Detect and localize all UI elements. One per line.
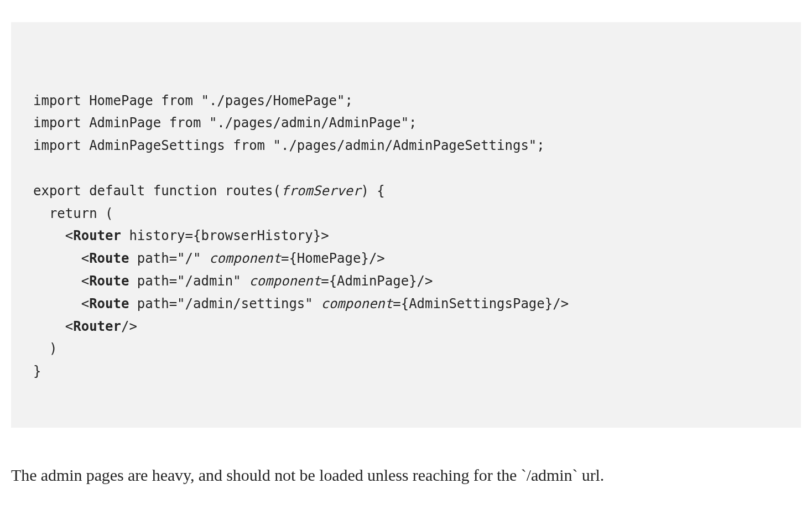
prose-paragraph: The admin pages are heavy, and should no…: [11, 461, 801, 489]
prose-text: The admin pages are heavy, and should no…: [11, 466, 604, 484]
code-block: import HomePage from "./pages/HomePage";…: [11, 22, 801, 428]
code-content: import HomePage from "./pages/HomePage";…: [33, 90, 784, 383]
